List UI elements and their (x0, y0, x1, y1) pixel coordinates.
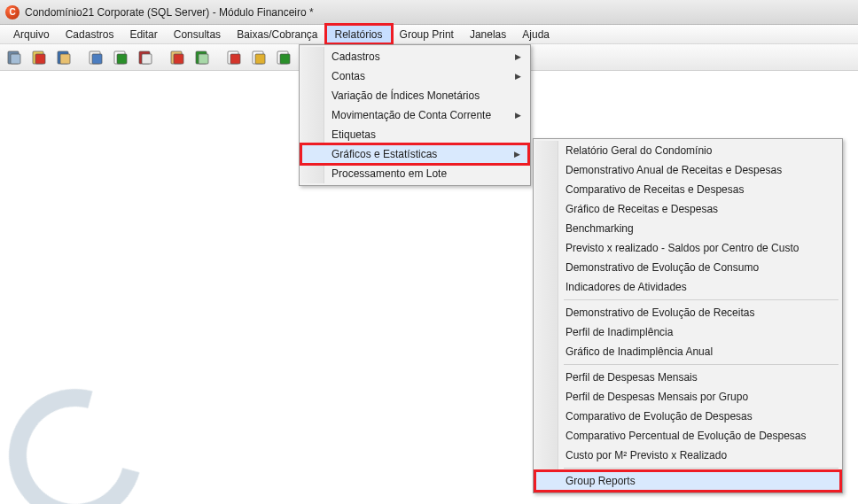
menu-relatorios-dropdown: Cadastros▶Contas▶Variação de Índices Mon… (299, 44, 531, 186)
app-icon (5, 5, 20, 19)
menuitem-processamento-em-lote[interactable]: Processamento em Lote (301, 164, 528, 183)
submenu-arrow-icon: ▶ (514, 150, 520, 159)
menuitem-gr-fico-de-receitas-e-despesas[interactable]: Gráfico de Receitas e Despesas (535, 199, 840, 219)
house-icon[interactable] (28, 47, 51, 68)
menuitem-comparativo-de-receitas-e-despesas[interactable]: Comparativo de Receitas e Despesas (535, 180, 840, 199)
menuitem-indicadores-de-atividades[interactable]: Indicadores de Atividades (535, 277, 840, 297)
svg-rect-11 (142, 54, 152, 64)
menubar: ArquivoCadastrosEditarConsultasBaixas/Co… (0, 25, 858, 44)
svg-rect-19 (255, 54, 265, 64)
notepad-icon[interactable] (85, 47, 108, 68)
svg-rect-3 (35, 54, 45, 64)
menu-cadastros[interactable]: Cadastros (58, 25, 122, 43)
menuitem-cadastros[interactable]: Cadastros▶ (301, 47, 528, 66)
menu-editar[interactable]: Editar (121, 25, 165, 43)
menuitem-comparativo-de-evolu-o-de-despesas[interactable]: Comparativo de Evolução de Despesas (535, 407, 840, 426)
svg-rect-5 (60, 54, 70, 64)
hand-note-icon[interactable] (167, 47, 190, 68)
menuitem-gr-fico-de-inadimpl-ncia-anual[interactable]: Gráfico de Inadimplência Anual (535, 342, 840, 361)
menuitem-perfil-de-despesas-mensais-por-grupo[interactable]: Perfil de Despesas Mensais por Grupo (535, 387, 840, 407)
dollar-doc-icon[interactable] (110, 47, 133, 68)
menuitem-demonstrativo-anual-de-receitas-e-despesas[interactable]: Demonstrativo Anual de Receitas e Despes… (535, 160, 840, 180)
menuitem-contas[interactable]: Contas▶ (301, 66, 528, 86)
menu-arquivo[interactable]: Arquivo (5, 25, 58, 43)
doc-red-icon[interactable] (223, 47, 246, 68)
buildings-icon[interactable] (4, 47, 27, 68)
menuitem-benchmarking[interactable]: Benchmarking (535, 219, 840, 238)
menu-janelas[interactable]: Janelas (462, 25, 514, 43)
menu-group-print[interactable]: Group Print (392, 25, 462, 43)
window-titlebar: Condomínio21 Corporate (SQL Server) - Mó… (0, 0, 858, 25)
menuitem-varia-o-de-ndices-monet-rios[interactable]: Variação de Índices Monetários (301, 86, 528, 105)
doc-yellow-icon[interactable] (248, 47, 271, 68)
svg-rect-17 (230, 54, 240, 64)
menu-relat-rios[interactable]: Relatórios (326, 25, 392, 43)
menuitem-group-reports[interactable]: Group Reports (535, 471, 840, 491)
doc-green-icon[interactable] (273, 47, 296, 68)
money-stack-icon[interactable] (191, 47, 214, 68)
menuitem-relat-rio-geral-do-condom-nio[interactable]: Relatório Geral do Condomínio (535, 141, 840, 160)
submenu-arrow-icon: ▶ (515, 72, 521, 81)
menuitem-movimenta-o-de-conta-corrente[interactable]: Movimentação de Conta Corrente▶ (301, 105, 528, 125)
menu-separator (564, 468, 838, 469)
watermark-logo (9, 389, 142, 504)
svg-rect-7 (92, 54, 102, 64)
menuitem-demonstrativo-de-evolu-o-de-receitas[interactable]: Demonstrativo de Evolução de Receitas (535, 303, 840, 322)
svg-rect-9 (117, 54, 127, 64)
svg-rect-21 (280, 54, 290, 64)
menu-ajuda[interactable]: Ajuda (514, 25, 558, 43)
menuitem-previsto-x-realizado-saldos-por-centro-de-custo[interactable]: Previsto x realizado - Saldos por Centro… (535, 238, 840, 258)
menuitem-etiquetas[interactable]: Etiquetas (301, 125, 528, 144)
ledger-icon[interactable] (135, 47, 158, 68)
people-icon[interactable] (53, 47, 76, 68)
window-title: Condomínio21 Corporate (SQL Server) - Mó… (25, 6, 314, 19)
menu-baixas-cobran-a[interactable]: Baixas/Cobrança (229, 25, 325, 43)
submenu-arrow-icon: ▶ (515, 111, 521, 120)
menu-separator (564, 364, 838, 365)
menu-consultas[interactable]: Consultas (166, 25, 229, 43)
menu-separator (564, 299, 838, 300)
svg-rect-15 (199, 54, 208, 64)
menuitem-perfil-de-despesas-mensais[interactable]: Perfil de Despesas Mensais (535, 368, 840, 387)
submenu-graficos-estatisticas: Relatório Geral do CondomínioDemonstrati… (533, 138, 843, 493)
svg-rect-1 (11, 54, 20, 64)
menuitem-gr-ficos-e-estat-sticas[interactable]: Gráficos e Estatísticas▶ (301, 144, 528, 164)
svg-rect-13 (174, 54, 183, 64)
menuitem-comparativo-percentual-de-evolu-o-de-despesas[interactable]: Comparativo Percentual de Evolução de De… (535, 426, 840, 446)
menuitem-perfil-de-inadimpl-ncia[interactable]: Perfil de Inadimplência (535, 322, 840, 342)
menuitem-custo-por-m-previsto-x-realizado[interactable]: Custo por M² Previsto x Realizado (535, 446, 840, 465)
submenu-arrow-icon: ▶ (515, 52, 521, 61)
menuitem-demonstrativo-de-evolu-o-de-consumo[interactable]: Demonstrativo de Evolução de Consumo (535, 258, 840, 277)
